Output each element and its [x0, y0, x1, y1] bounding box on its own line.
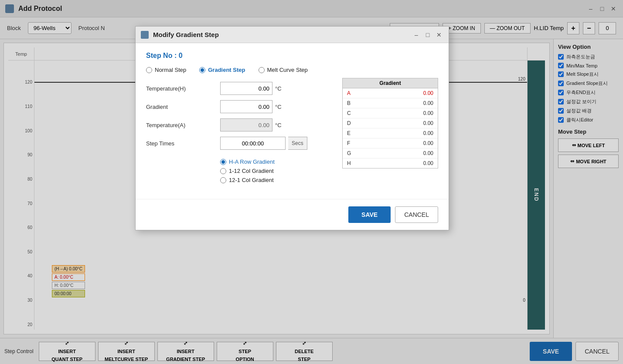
step-no: Step No : 0: [146, 52, 438, 60]
radio-gradient-input[interactable]: [199, 67, 205, 73]
radio-meltcurve-label: Melt Curve Step: [267, 67, 308, 73]
modal-title: Modify Gradient Step: [153, 31, 219, 38]
modal-body: Step No : 0 Normal Step Gradient Step Me…: [136, 43, 449, 199]
gradient-row-c: C 0.00: [343, 108, 438, 118]
modify-gradient-modal: Modify Gradient Step – □ ✕ Step No : 0 N…: [135, 26, 449, 230]
radio-meltcurve-input[interactable]: [259, 67, 265, 73]
gradient-label-d: D: [343, 118, 360, 128]
gradient-row-e: E 0.00: [343, 128, 438, 138]
gradient-value-g: 0.00: [360, 148, 438, 158]
modal-title-icon: [141, 31, 149, 39]
gradient-radio-ha[interactable]: [220, 159, 226, 165]
gradient-label-e: E: [343, 128, 360, 138]
radio-gradient-step[interactable]: Gradient Step: [199, 67, 245, 73]
gradient-value-h: 0.00: [360, 158, 438, 168]
radio-gradient-label: Gradient Step: [208, 67, 245, 73]
gradient-label: Gradient: [146, 104, 216, 110]
radio-normal-step[interactable]: Normal Step: [146, 67, 186, 73]
gradient-label-f: F: [343, 138, 360, 148]
gradient-row-f: F 0.00: [343, 138, 438, 148]
modal-footer: SAVE CANCEL: [136, 199, 449, 230]
radio-normal-label: Normal Step: [155, 67, 186, 73]
radio-normal-input[interactable]: [146, 67, 152, 73]
radio-meltcurve-step[interactable]: Melt Curve Step: [259, 67, 308, 73]
gradient-row-a: A 0.00: [343, 88, 438, 98]
modal-save-button[interactable]: SAVE: [348, 206, 391, 223]
gradient-option-121[interactable]: 12-1 Col Gradient: [220, 177, 438, 183]
modal-title-bar: Modify Gradient Step – □ ✕: [136, 27, 449, 43]
gradient-unit: °C: [275, 104, 282, 110]
gradient-option-ha-label: H-A Row Gradient: [229, 158, 275, 165]
gradient-value-c: 0.00: [360, 108, 438, 118]
gradient-value-f: 0.00: [360, 138, 438, 148]
gradient-option-121-label: 12-1 Col Gradient: [229, 177, 274, 183]
gradient-row-b: B 0.00: [343, 98, 438, 108]
gradient-radio-121[interactable]: [220, 177, 226, 183]
gradient-label-a: A: [343, 88, 360, 98]
gradient-label-h: H: [343, 158, 360, 168]
gradient-option-112[interactable]: 1-12 Col Gradient: [220, 168, 438, 174]
modal-maximize-button[interactable]: □: [423, 30, 432, 39]
step-times-input[interactable]: [220, 137, 286, 150]
temp-h-input[interactable]: [220, 82, 272, 95]
gradient-option-112-label: 1-12 Col Gradient: [229, 168, 274, 174]
temp-a-label: Temperature(A): [146, 122, 216, 128]
temp-a-unit: °C: [275, 122, 282, 128]
main-window: Add Protocol – □ ✕ Block 96-Wells Protoc…: [0, 0, 623, 364]
temp-a-input: [220, 118, 272, 131]
gradient-row-g: G 0.00: [343, 148, 438, 158]
step-type-radio-group: Normal Step Gradient Step Melt Curve Ste…: [146, 67, 438, 73]
modal-cancel-button[interactable]: CANCEL: [395, 206, 438, 223]
gradient-value-d: 0.00: [360, 118, 438, 128]
gradient-label-g: G: [343, 148, 360, 158]
gradient-table-header: Gradient: [343, 78, 438, 88]
secs-label: Secs: [288, 137, 307, 150]
gradient-table: Gradient A 0.00 B 0.00 C 0.00 D 0.00: [342, 78, 438, 169]
temp-h-label: Temperature(H): [146, 85, 216, 92]
gradient-input[interactable]: [220, 100, 272, 113]
modal-close-button[interactable]: ✕: [435, 30, 443, 39]
modal-minimize-button[interactable]: –: [412, 30, 421, 39]
gradient-row-d: D 0.00: [343, 118, 438, 128]
gradient-radio-112[interactable]: [220, 168, 226, 174]
gradient-value-e: 0.00: [360, 128, 438, 138]
modal-controls: – □ ✕: [412, 30, 443, 39]
gradient-row-h: H 0.00: [343, 158, 438, 168]
gradient-label-c: C: [343, 108, 360, 118]
gradient-value-b: 0.00: [360, 98, 438, 108]
gradient-value-a: 0.00: [360, 88, 438, 98]
temp-h-unit: °C: [275, 85, 282, 92]
gradient-label-b: B: [343, 98, 360, 108]
step-times-label: Step Times: [146, 140, 216, 147]
